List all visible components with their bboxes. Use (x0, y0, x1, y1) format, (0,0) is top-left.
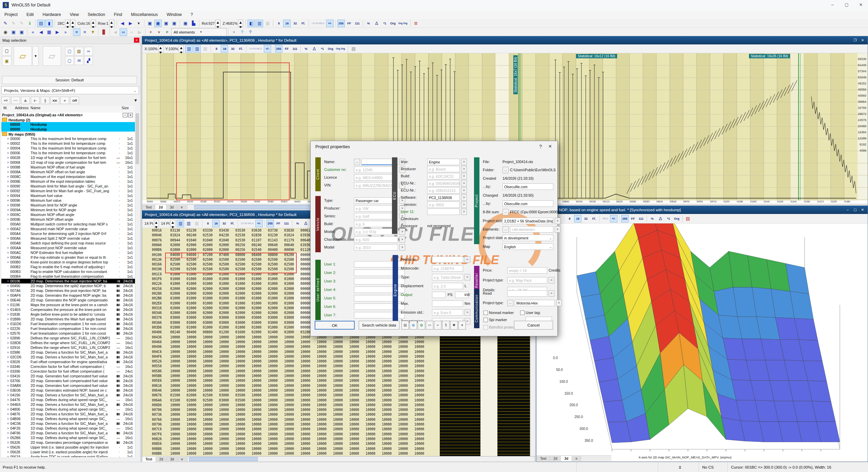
hex-cell[interactable]: 00256 (229, 248, 245, 252)
spin-up-icon[interactable]: ▲ (110, 20, 114, 25)
ecu-4-input[interactable]: e.g. 0281012113 (427, 187, 460, 194)
tb1-icon-22[interactable]: ▙ (190, 20, 197, 27)
project-close-icon[interactable]: ✕ (128, 113, 133, 117)
hex-cell[interactable]: 02000 (196, 306, 213, 311)
hex-cell[interactable]: 10000 (196, 451, 213, 456)
hex-cell[interactable]: 10000 (327, 403, 343, 408)
hex-cell[interactable]: 10000 (213, 359, 229, 364)
hex-cell[interactable]: 10000 (213, 412, 229, 417)
hex-cell[interactable]: 10000 (261, 417, 278, 422)
hex-cell[interactable]: 03230 (261, 233, 278, 238)
hex-cell[interactable]: 02000 (213, 311, 229, 315)
hex-cell[interactable]: 10000 (278, 350, 294, 354)
project-5-input[interactable]: Olsecufile.com (502, 200, 553, 207)
tb1-spinner[interactable]: ▲▼ (91, 20, 96, 27)
tb1-icon-41[interactable]: 111 (354, 20, 361, 27)
hex-cell[interactable]: 10000 (343, 432, 359, 437)
hex-cell[interactable]: 10000 (261, 432, 278, 437)
hex-cell[interactable]: 10000 (196, 335, 213, 340)
hex-cell[interactable]: 10000 (164, 354, 180, 359)
list-item[interactable]: ∗000AEIf the nop estimate is greater tha… (1, 255, 135, 260)
w3d-icon-19[interactable]: Org (673, 215, 680, 222)
hex-cell[interactable]: 00240 (245, 243, 261, 248)
hex-cell[interactable]: 10000 (213, 340, 229, 345)
hex-cell[interactable]: 01000 (245, 281, 261, 286)
hex-cell[interactable]: 10000 (180, 432, 196, 437)
hex-cell[interactable]: 00800 (196, 330, 213, 335)
tab-Text[interactable]: Text (142, 205, 155, 210)
hex-cell[interactable]: 10000 (343, 364, 359, 369)
hex-cell[interactable]: 10000 (392, 359, 408, 364)
hex-cell[interactable]: 10000 (278, 369, 294, 374)
hex-cell[interactable]: 10000 (294, 437, 310, 441)
hex-cell[interactable]: 10000 (359, 432, 375, 437)
wmid-icon-4[interactable]: 8 (204, 220, 212, 227)
hex-cell[interactable]: 03000 (213, 398, 229, 403)
hex-cell[interactable]: 10000 (180, 374, 196, 378)
hex-cell[interactable]: 10000 (375, 369, 392, 374)
list-item-hexdump[interactable]: 00000Hexdump (1, 122, 135, 127)
hex-cell[interactable]: 00000 (294, 320, 310, 325)
hex-cell[interactable]: 10000 (408, 374, 424, 378)
filter-x[interactable]: ≡ (60, 97, 69, 104)
hex-cell[interactable]: 10000 (229, 408, 245, 412)
hex-cell[interactable]: 03000 (245, 315, 261, 320)
hex-cell[interactable]: 10000 (327, 432, 343, 437)
horizontal-scrollbar[interactable] (188, 456, 535, 462)
dialog-tool-button-2[interactable]: ◍ (418, 321, 425, 330)
client-0-more-button[interactable]: ... (354, 159, 360, 165)
hex-cell[interactable]: 10000 (310, 345, 327, 349)
col-m[interactable]: M. (3, 106, 7, 110)
hex-cell[interactable]: 10000 (375, 437, 392, 441)
hex-cell[interactable]: 10000 (213, 403, 229, 408)
w3d-icon-14[interactable]: 111 (637, 215, 645, 222)
hex-cell[interactable]: 10000 (196, 364, 213, 369)
hex-cell[interactable]: 01000 (213, 301, 229, 306)
hex-cell[interactable]: 10000 (375, 398, 392, 403)
hex-cell[interactable]: 10000 (310, 412, 327, 417)
hex-cell[interactable]: 10000 (213, 437, 229, 441)
hex-cell[interactable]: 10000 (164, 345, 180, 349)
hex-cell[interactable]: 00000 (294, 281, 310, 286)
filter-x[interactable]: ╟ (41, 97, 50, 104)
hex-cell[interactable]: 10000 (196, 369, 213, 374)
tb1-icon-31[interactable]: 8 (275, 20, 282, 27)
wtop-icon-7[interactable]: Fl. (237, 45, 244, 53)
hex-cell[interactable]: 00400 (261, 248, 278, 252)
hex-cell[interactable]: 10000 (278, 408, 294, 412)
list-item[interactable]: ∗001062D map. Determines the main inject… (1, 279, 135, 283)
hex-cell[interactable]: 01000 (261, 301, 278, 306)
tb2-icon-10[interactable]: ≡ (73, 28, 80, 36)
hex-cell[interactable]: 10000 (327, 451, 343, 456)
hex-cell[interactable]: 10000 (392, 364, 408, 369)
hex-cell[interactable]: 10000 (245, 398, 261, 403)
hex-cell[interactable]: 03000 (229, 315, 245, 320)
dialog-tool-button-5[interactable]: § (442, 321, 450, 330)
hex-cell[interactable]: 10000 (375, 378, 392, 383)
hex-cell[interactable]: 01200 (213, 330, 229, 335)
tb1-icon-39[interactable]: 255 (337, 20, 345, 27)
vehicle-6-input[interactable]: e.g. 2010 (354, 244, 398, 251)
hex-cell[interactable]: 02000 (196, 291, 213, 296)
list-item[interactable]: ∗02226Fuel linearisation compensation 1 … (1, 326, 135, 331)
wtop-icon-22[interactable]: ▤ (350, 45, 357, 53)
hex-cell[interactable]: 00000 (294, 291, 310, 296)
menu-hardware[interactable]: Hardware (38, 10, 65, 19)
hex-cell[interactable]: 10000 (359, 417, 375, 422)
map-list-scrollbar[interactable] (135, 113, 139, 457)
tb1-field-Cols16[interactable]: Cols:16▲▼ (77, 20, 96, 27)
hex-cell[interactable]: 03000 (213, 315, 229, 320)
hex-cell[interactable]: 01000 (261, 325, 278, 330)
hex-cell[interactable]: 01000 (229, 296, 245, 301)
hex-cell[interactable]: 10000 (245, 403, 261, 408)
hex-cell[interactable]: 03000 (261, 320, 278, 325)
hex-cell[interactable]: 10000 (375, 451, 392, 456)
dialog-close-button[interactable]: ✕ (548, 144, 552, 149)
hex-cell[interactable]: 10000 (229, 422, 245, 427)
tb2-icon-28[interactable]: ? (246, 28, 254, 36)
hex-cell[interactable]: 10000 (245, 340, 261, 345)
project-detail-icon[interactable]: ≡ (123, 113, 127, 117)
project-10-combo[interactable]: English⌄ (502, 243, 553, 250)
hex-cell[interactable]: 01000 (164, 277, 180, 281)
hex-cell[interactable]: 10000 (261, 388, 278, 393)
